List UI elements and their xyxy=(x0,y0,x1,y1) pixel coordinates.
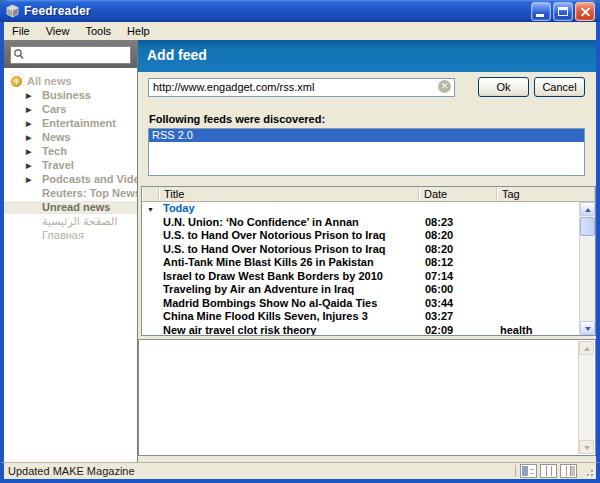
resize-grip[interactable] xyxy=(582,465,594,477)
news-scrollbar[interactable] xyxy=(579,202,595,335)
news-row[interactable]: Traveling by Air an Adventure in Iraq 06… xyxy=(142,283,579,297)
page-title: Add feed xyxy=(138,40,596,72)
app-cube-icon xyxy=(5,4,20,18)
expand-arrow-icon[interactable]: ▶ xyxy=(26,159,42,172)
tree-label: Tech xyxy=(42,145,67,158)
sidebar-item-travel[interactable]: ▶ Travel xyxy=(4,159,137,172)
sidebar-item-cars[interactable]: ▶ Cars xyxy=(4,103,137,116)
tree-label: Business xyxy=(42,89,91,102)
news-date: 08:20 xyxy=(419,229,497,243)
collapse-arrow-icon[interactable]: ▼ xyxy=(147,206,154,213)
minimize-button[interactable] xyxy=(531,2,551,21)
expand-arrow-icon[interactable]: ▶ xyxy=(26,103,42,116)
scroll-up-icon xyxy=(579,341,594,355)
news-tag xyxy=(497,256,579,270)
view-layout-newspaper-icon[interactable] xyxy=(520,464,537,478)
news-date: 07:14 xyxy=(419,270,497,284)
sidebar-item-arabic-home[interactable]: الصفحة الرئيسية xyxy=(4,215,137,228)
news-date: 03:27 xyxy=(419,310,497,324)
tree-label: Cars xyxy=(42,103,66,116)
column-header-title[interactable]: Title xyxy=(159,187,419,201)
discovered-feed-item[interactable]: RSS 2.0 xyxy=(149,129,584,142)
news-tag xyxy=(497,243,579,257)
scrollbar-thumb[interactable] xyxy=(580,217,595,236)
news-row[interactable]: U.S. to Hand Over Notorious Prison to Ir… xyxy=(142,229,579,243)
status-text: Updated MAKE Magazine xyxy=(8,465,515,477)
news-tag xyxy=(497,283,579,297)
add-feed-form: ✕ Ok Cancel Following feeds were discove… xyxy=(138,72,596,176)
tree-label: All news xyxy=(27,75,72,88)
news-date: 06:00 xyxy=(419,283,497,297)
news-row[interactable]: Anti-Tank Mine Blast Kills 26 in Pakista… xyxy=(142,256,579,270)
news-title: U.N. Union: ‘No Confidence’ in Annan xyxy=(159,216,419,230)
sidebar-item-reuters[interactable]: Reuters: Top News xyxy=(4,187,137,200)
scroll-down-icon[interactable] xyxy=(580,321,595,335)
news-title: Madrid Bombings Show No al-Qaida Ties xyxy=(159,297,419,311)
news-tag: health xyxy=(497,324,579,336)
preview-pane[interactable] xyxy=(138,339,596,456)
menu-help[interactable]: Help xyxy=(119,22,158,40)
news-group-row[interactable]: ▼ Today xyxy=(142,202,579,216)
window-title: Feedreader xyxy=(24,4,529,18)
news-row[interactable]: China Mine Flood Kills Seven, Injures 3 … xyxy=(142,310,579,324)
search-icon xyxy=(13,48,25,60)
tree-label: Travel xyxy=(42,159,74,172)
expand-arrow-icon[interactable]: ▶ xyxy=(26,117,42,130)
cancel-button[interactable]: Cancel xyxy=(534,77,585,97)
sidebar-item-podcasts[interactable]: ▶ Podcasts and Videoc... xyxy=(4,173,137,186)
menu-file[interactable]: File xyxy=(4,22,38,40)
news-row[interactable]: Madrid Bombings Show No al-Qaida Ties 03… xyxy=(142,297,579,311)
ok-button[interactable]: Ok xyxy=(478,77,529,97)
menu-view[interactable]: View xyxy=(38,22,78,40)
column-header-tag[interactable]: Tag xyxy=(497,187,595,201)
feedreader-window: Feedreader File View Tools Help xyxy=(0,0,600,483)
news-row[interactable]: Israel to Draw West Bank Borders by 2010… xyxy=(142,270,579,284)
scroll-up-icon[interactable] xyxy=(580,202,595,216)
close-button[interactable] xyxy=(575,2,595,21)
menu-tools[interactable]: Tools xyxy=(77,22,119,40)
news-date: 02:09 xyxy=(419,324,497,336)
tree-label: Entertainment xyxy=(42,117,116,130)
sidebar-item-glavnaya[interactable]: Главная xyxy=(4,229,137,242)
search-input[interactable] xyxy=(10,46,131,64)
sidebar-item-tech[interactable]: ▶ Tech xyxy=(4,145,137,158)
tree-label: News xyxy=(42,131,71,144)
tree-label: الصفحة الرئيسية xyxy=(42,215,117,228)
view-layout-columns-icon[interactable] xyxy=(540,464,557,478)
clear-url-icon[interactable]: ✕ xyxy=(438,80,451,93)
news-row[interactable]: U.N. Union: ‘No Confidence’ in Annan 08:… xyxy=(142,216,579,230)
news-rows: ▼ Today U.N. Union: ‘No Confidence’ in A… xyxy=(142,202,579,335)
statusbar: Updated MAKE Magazine xyxy=(0,462,600,479)
search-strip xyxy=(4,40,137,68)
column-header-empty[interactable] xyxy=(142,187,159,201)
sidebar-item-news[interactable]: ▶ News xyxy=(4,131,137,144)
feed-url-input[interactable] xyxy=(148,78,455,97)
news-table: Title Date Tag ▼ Today U.N. Union: ‘No C… xyxy=(141,186,596,336)
tree-label: Reuters: Top News xyxy=(42,187,137,200)
expand-arrow-icon[interactable]: ▶ xyxy=(26,145,42,158)
expand-arrow-icon[interactable]: ▶ xyxy=(26,173,42,186)
discovered-feeds-label: Following feeds were discovered: xyxy=(149,113,585,125)
news-tag xyxy=(497,310,579,324)
expand-arrow-icon[interactable]: ▶ xyxy=(26,89,42,102)
sidebar-item-entertainment[interactable]: ▶ Entertainment xyxy=(4,117,137,130)
news-tag xyxy=(497,216,579,230)
column-header-date[interactable]: Date xyxy=(419,187,497,201)
sidebar-item-unread-news[interactable]: Unread news xyxy=(4,201,137,214)
view-layout-right-pane-icon[interactable] xyxy=(560,464,577,478)
maximize-button[interactable] xyxy=(553,2,573,21)
news-tag xyxy=(497,297,579,311)
group-label: Today xyxy=(159,202,419,216)
sidebar-item-all-news[interactable]: All news xyxy=(4,75,137,88)
news-row[interactable]: U.S. to Hand Over Notorious Prison to Ir… xyxy=(142,243,579,257)
news-row[interactable]: New air travel clot risk theory 02:09 he… xyxy=(142,324,579,336)
expand-arrow-icon[interactable]: ▶ xyxy=(26,131,42,144)
sidebar-item-business[interactable]: ▶ Business xyxy=(4,89,137,102)
news-title: China Mine Flood Kills Seven, Injures 3 xyxy=(159,310,419,324)
all-news-icon xyxy=(11,76,22,87)
titlebar[interactable]: Feedreader xyxy=(0,0,600,22)
scroll-down-icon xyxy=(579,440,594,454)
news-table-header: Title Date Tag xyxy=(142,187,595,202)
preview-scrollbar xyxy=(578,341,594,454)
tree-label: Podcasts and Videoc... xyxy=(42,173,137,186)
